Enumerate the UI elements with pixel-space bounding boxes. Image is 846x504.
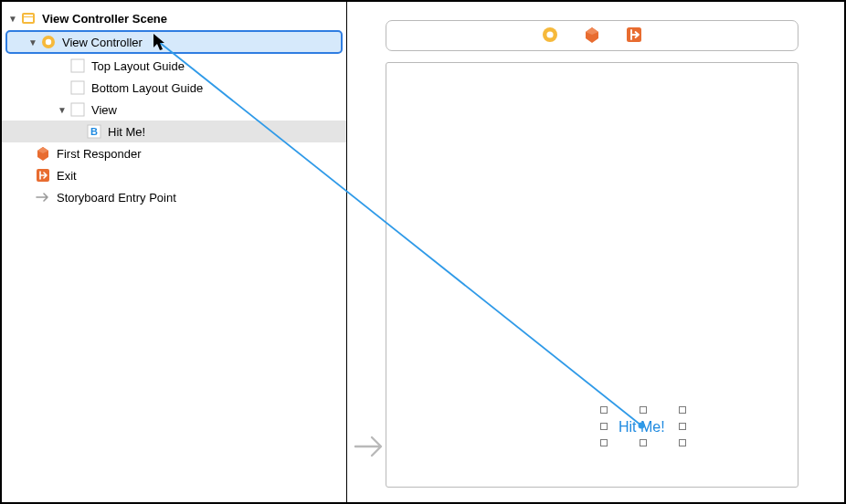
- disclosure-icon[interactable]: ▼: [27, 37, 38, 47]
- first-responder-label: First Responder: [57, 147, 141, 161]
- first-responder-icon: [35, 145, 51, 162]
- view-label: View: [91, 103, 117, 117]
- resize-handle[interactable]: [640, 439, 647, 446]
- disclosure-icon[interactable]: ▼: [7, 14, 18, 24]
- exit-dock-icon[interactable]: [625, 26, 643, 47]
- bottom-layout-guide-label: Bottom Layout Guide: [91, 81, 203, 95]
- top-layout-guide-label: Top Layout Guide: [91, 59, 185, 73]
- svg-rect-7: [71, 103, 84, 116]
- resize-handle[interactable]: [640, 406, 647, 414]
- view-controller-row[interactable]: ▼ View Controller: [5, 30, 343, 54]
- arrow-right-icon: [35, 189, 51, 205]
- scene-icon: [20, 10, 37, 26]
- svg-point-14: [546, 31, 553, 37]
- svg-rect-1: [24, 15, 33, 16]
- svg-rect-5: [71, 59, 84, 72]
- view-controller-dock-icon[interactable]: [541, 26, 559, 47]
- resize-handle[interactable]: [679, 439, 686, 446]
- svg-point-4: [46, 39, 51, 45]
- view-row[interactable]: ▼ View: [2, 99, 346, 121]
- scene-dock[interactable]: [386, 20, 798, 51]
- entry-point-arrow-icon[interactable]: [354, 434, 385, 462]
- entry-point-row[interactable]: Storyboard Entry Point: [2, 186, 346, 208]
- scene-label: View Controller Scene: [42, 12, 167, 26]
- scene-row[interactable]: ▼ View Controller Scene: [2, 7, 346, 29]
- exit-icon: [35, 167, 51, 184]
- svg-text:B: B: [90, 126, 98, 137]
- resize-handle[interactable]: [600, 406, 608, 414]
- document-outline[interactable]: ▼ View Controller Scene ▼ View Controlle…: [2, 2, 347, 502]
- top-layout-guide-row[interactable]: Top Layout Guide: [2, 55, 346, 77]
- first-responder-dock-icon[interactable]: [583, 26, 601, 47]
- entry-point-label: Storyboard Entry Point: [57, 191, 176, 205]
- disclosure-icon[interactable]: ▼: [57, 105, 68, 115]
- exit-row[interactable]: Exit: [2, 164, 346, 186]
- button-row[interactable]: B Hit Me!: [2, 121, 346, 142]
- resize-handle[interactable]: [600, 423, 608, 430]
- resize-handle[interactable]: [679, 423, 686, 430]
- svg-rect-6: [71, 81, 84, 94]
- canvas-button[interactable]: Hit Me!: [613, 417, 671, 437]
- view-controller-label: View Controller: [62, 36, 143, 49]
- resize-handle[interactable]: [679, 406, 686, 414]
- resize-handle[interactable]: [600, 439, 608, 446]
- layout-guide-icon: [69, 58, 86, 74]
- view-icon: [69, 101, 86, 118]
- bottom-layout-guide-row[interactable]: Bottom Layout Guide: [2, 77, 346, 99]
- svg-rect-2: [24, 17, 33, 22]
- view-frame[interactable]: Hit Me!: [386, 62, 798, 488]
- button-label: Hit Me!: [108, 125, 145, 139]
- layout-guide-icon: [69, 79, 86, 96]
- first-responder-row[interactable]: First Responder: [2, 142, 346, 164]
- button-icon: B: [86, 123, 102, 140]
- view-controller-icon: [40, 34, 57, 50]
- interface-builder-canvas[interactable]: Hit Me!: [347, 2, 844, 502]
- exit-label: Exit: [57, 169, 77, 183]
